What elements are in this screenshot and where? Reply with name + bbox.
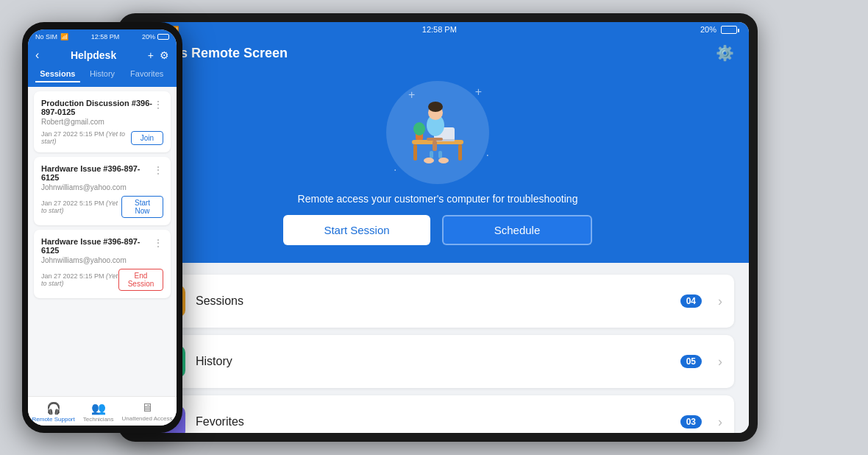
- hero-circle: [386, 81, 489, 184]
- favorites-chevron-icon: ›: [718, 415, 722, 430]
- list-item-sessions[interactable]: 🗓 Sessions 04 ›: [141, 275, 734, 328]
- session-card-2-header: Hardware Issue #396-897-6125 ⋮: [41, 164, 163, 182]
- phone-status-bar: No SIM 📶 12:58 PM 20%: [28, 29, 177, 44]
- history-label: History: [196, 355, 670, 368]
- phone-battery-pct: 20%: [142, 33, 155, 40]
- phone-tab-favorites[interactable]: Favorites: [124, 66, 169, 82]
- phone-status-left: No SIM 📶: [35, 33, 68, 40]
- dot-decoration-4: ·: [486, 149, 489, 162]
- phone-unattended-label: Unattended Access: [122, 415, 173, 422]
- session-card-3: Hardware Issue #396-897-6125 ⋮ Johnwilli…: [34, 230, 171, 298]
- phone-bottom-nav: 🎧 Remote Support 👥 Technicians 🖥 Unatten…: [28, 396, 177, 426]
- phone-battery-icon: [157, 34, 169, 40]
- dot-decoration-2: +: [475, 85, 482, 99]
- tablet-list: 🗓 Sessions 04 › 🕐 History 05 › ☆ Fevorit…: [127, 263, 749, 433]
- session-3-footer: Jan 27 2022 5:15 PM (Yet to start) End S…: [41, 269, 163, 291]
- phone-status-right: 20%: [142, 33, 169, 40]
- phone-technicians-icon: 👥: [91, 401, 106, 415]
- hero-description: Remote access your customer's computer f…: [298, 193, 578, 205]
- tablet-time: 12:58 PM: [422, 25, 457, 34]
- svg-point-14: [424, 158, 434, 163]
- svg-rect-2: [458, 144, 462, 161]
- schedule-button[interactable]: Schedule: [442, 215, 592, 245]
- dot-decoration-1: +: [408, 88, 415, 102]
- phone-carrier: No SIM: [35, 33, 57, 40]
- svg-point-4: [413, 122, 425, 135]
- tablet-status-bar: No SIM 📶 12:58 PM 20%: [127, 22, 749, 37]
- session-2-date: Jan 27 2022 5:15 PM (Yet to start): [41, 200, 121, 214]
- phone-header: ‹ Helpdesk + ⚙: [28, 44, 177, 66]
- tablet-header: Access Remote Screen ⚙️: [127, 37, 749, 74]
- history-badge: 05: [680, 355, 702, 368]
- svg-point-15: [438, 158, 449, 163]
- start-session-button[interactable]: Start Session: [283, 215, 430, 245]
- history-chevron-icon: ›: [718, 354, 722, 370]
- phone-technicians-label: Technicians: [83, 416, 114, 423]
- session-1-date: Jan 27 2022 5:15 PM (Yet to start): [41, 130, 131, 145]
- phone-screen: No SIM 📶 12:58 PM 20% ‹ Helpdesk + ⚙: [28, 29, 177, 426]
- list-item-history[interactable]: 🕐 History 05 ›: [141, 335, 734, 388]
- session-3-menu-icon[interactable]: ⋮: [153, 237, 163, 249]
- phone-wifi-icon: 📶: [60, 33, 68, 40]
- tablet-hero: + + · · Remote access your customer's co…: [127, 74, 749, 263]
- session-3-date: Jan 27 2022 5:15 PM (Yet to start): [41, 272, 118, 287]
- phone-gear-icon[interactable]: ⚙: [160, 49, 169, 61]
- session-1-menu-icon[interactable]: ⋮: [153, 99, 163, 110]
- session-2-title: Hardware Issue #396-897-6125: [41, 164, 153, 182]
- phone-nav-technicians[interactable]: 👥 Technicians: [83, 401, 114, 423]
- hero-illustration: + + · ·: [379, 81, 497, 184]
- session-card-3-header: Hardware Issue #396-897-6125 ⋮: [41, 237, 163, 255]
- sessions-badge: 04: [680, 294, 702, 308]
- session-1-email: Robert@gmail.com: [41, 118, 163, 126]
- session-1-footer: Jan 27 2022 5:15 PM (Yet to start) Join: [41, 130, 163, 145]
- svg-rect-12: [430, 151, 433, 158]
- phone-device: No SIM 📶 12:58 PM 20% ‹ Helpdesk + ⚙: [22, 22, 182, 433]
- dot-decoration-3: ·: [394, 163, 396, 177]
- session-card-1: Production Discussion #396-897-0125 ⋮ Ro…: [34, 91, 171, 152]
- favorites-badge: 03: [680, 415, 702, 428]
- tablet-battery-pct: 20%: [700, 25, 716, 34]
- phone-title: Helpdesk: [71, 49, 116, 61]
- phone-tab-sessions[interactable]: Sessions: [35, 66, 80, 82]
- phone-unattended-icon: 🖥: [141, 401, 153, 415]
- session-card-1-header: Production Discussion #396-897-0125 ⋮: [41, 99, 163, 116]
- phone-actions: + ⚙: [148, 49, 169, 61]
- add-icon[interactable]: +: [148, 49, 154, 61]
- session-2-menu-icon[interactable]: ⋮: [153, 164, 163, 176]
- phone-nav-remote-support[interactable]: 🎧 Remote Support: [32, 401, 74, 423]
- session-card-2: Hardware Issue #396-897-6125 ⋮ Johnwilli…: [34, 157, 171, 225]
- battery-bar-icon: [721, 26, 737, 34]
- phone-time: 12:58 PM: [91, 33, 120, 40]
- phone-remote-support-label: Remote Support: [32, 416, 74, 423]
- sessions-label: Sessions: [196, 294, 670, 308]
- phone-sessions-list: Production Discussion #396-897-0125 ⋮ Ro…: [28, 87, 177, 396]
- session-3-email: Johnwilliams@yahoo.com: [41, 256, 163, 264]
- favorites-label: Fevorites: [196, 415, 670, 428]
- tablet-status-right: 20%: [700, 25, 737, 34]
- session-2-email: Johnwilliams@yahoo.com: [41, 183, 163, 191]
- list-item-favorites[interactable]: ☆ Fevorites 03 ›: [141, 395, 734, 433]
- phone-headset-icon: 🎧: [46, 401, 61, 415]
- scene: No SIM 📶 12:58 PM 20% Access Remote Scre…: [0, 0, 868, 455]
- svg-rect-11: [433, 141, 437, 151]
- hero-buttons: Start Session Schedule: [283, 215, 592, 245]
- tablet-device: No SIM 📶 12:58 PM 20% Access Remote Scre…: [118, 13, 758, 442]
- back-button[interactable]: ‹: [35, 49, 39, 62]
- phone-tabs: Sessions History Favorites: [28, 66, 177, 87]
- gear-icon[interactable]: ⚙️: [716, 44, 734, 62]
- svg-point-9: [428, 102, 443, 112]
- phone-tab-history[interactable]: History: [80, 66, 125, 82]
- sessions-chevron-icon: ›: [718, 294, 722, 309]
- phone-nav-unattended[interactable]: 🖥 Unattended Access: [122, 401, 173, 423]
- svg-rect-13: [438, 151, 442, 158]
- start-now-button-2[interactable]: Start Now: [121, 196, 163, 218]
- session-2-footer: Jan 27 2022 5:15 PM (Yet to start) Start…: [41, 196, 163, 218]
- join-button-1[interactable]: Join: [131, 131, 163, 145]
- session-1-title: Production Discussion #396-897-0125: [41, 99, 153, 116]
- tablet-screen: No SIM 📶 12:58 PM 20% Access Remote Scre…: [127, 22, 749, 433]
- end-session-button-3[interactable]: End Session: [118, 269, 163, 291]
- person-desk-illustration: [397, 92, 478, 173]
- session-3-title: Hardware Issue #396-897-6125: [41, 237, 153, 255]
- svg-rect-10: [427, 138, 443, 141]
- svg-rect-1: [413, 144, 417, 161]
